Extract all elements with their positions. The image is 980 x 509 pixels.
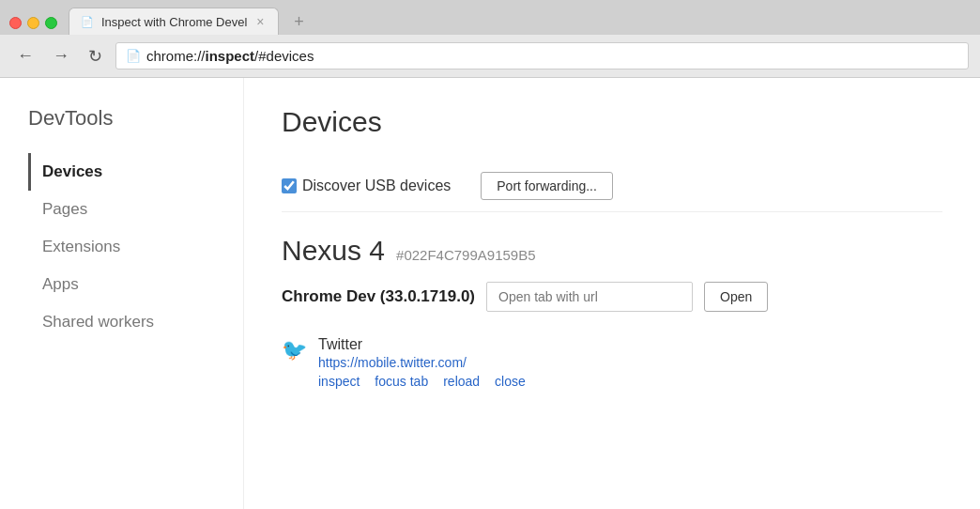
tab-item: 🐦 Twitter https://mobile.twitter.com/ in…: [282, 329, 942, 396]
sidebar-item-devices[interactable]: Devices: [28, 153, 224, 191]
chrome-dev-label: Chrome Dev (33.0.1719.0): [282, 287, 475, 306]
sidebar: DevTools Devices Pages Extensions Apps S…: [0, 78, 244, 509]
sidebar-item-extensions[interactable]: Extensions: [28, 228, 224, 266]
tab-close-button[interactable]: ×: [254, 14, 266, 29]
forward-button[interactable]: →: [47, 44, 75, 68]
discover-usb-label: Discover USB devices: [302, 177, 451, 194]
open-tab-button[interactable]: Open: [704, 282, 768, 312]
address-bold: inspect: [206, 48, 255, 64]
page-title: Devices: [282, 106, 942, 138]
device-id: #022F4C799A9159B5: [396, 247, 535, 263]
sidebar-item-shared-workers[interactable]: Shared workers: [28, 303, 224, 341]
reload-link[interactable]: reload: [443, 374, 480, 389]
browser-frame: 📄 Inspect with Chrome Devel × + ← → ↻ 📄 …: [0, 0, 980, 509]
sidebar-item-apps[interactable]: Apps: [28, 266, 224, 303]
open-tab-url-input[interactable]: [486, 282, 693, 312]
discover-usb-section: Discover USB devices Port forwarding...: [282, 161, 942, 212]
close-link[interactable]: close: [495, 374, 526, 389]
tab-item-actions: inspect focus tab reload close: [318, 374, 526, 389]
port-forwarding-button[interactable]: Port forwarding...: [481, 172, 613, 200]
tab-icon: 📄: [81, 16, 94, 28]
device-name: Nexus 4: [282, 235, 385, 267]
address-after: /#devices: [254, 48, 314, 64]
tab-bar: 📄 Inspect with Chrome Devel × +: [69, 8, 316, 35]
back-button[interactable]: ←: [11, 44, 39, 68]
twitter-icon: 🐦: [282, 338, 307, 362]
sidebar-item-pages[interactable]: Pages: [28, 191, 224, 228]
discover-usb-checkbox[interactable]: [282, 178, 297, 193]
device-header: Nexus 4 #022F4C799A9159B5: [282, 235, 942, 267]
discover-usb-checkbox-container[interactable]: Discover USB devices: [282, 177, 451, 194]
page-content: DevTools Devices Pages Extensions Apps S…: [0, 78, 980, 509]
close-window-button[interactable]: [9, 17, 22, 29]
active-tab[interactable]: 📄 Inspect with Chrome Devel ×: [69, 8, 279, 35]
nav-bar: ← → ↻ 📄 chrome://inspect/#devices: [0, 35, 980, 78]
address-bar[interactable]: 📄 chrome://inspect/#devices: [115, 42, 969, 69]
main-content: Devices Discover USB devices Port forwar…: [244, 78, 980, 509]
tab-item-title: Twitter: [318, 336, 526, 353]
tab-item-info: Twitter https://mobile.twitter.com/ insp…: [318, 336, 526, 389]
traffic-lights: [9, 17, 57, 35]
address-text: chrome://inspect/#devices: [146, 48, 314, 64]
chrome-dev-row: Chrome Dev (33.0.1719.0) Open: [282, 282, 942, 312]
new-tab-button[interactable]: +: [283, 8, 316, 35]
sidebar-title: DevTools: [28, 106, 224, 131]
focus-tab-link[interactable]: focus tab: [375, 374, 428, 389]
inspect-link[interactable]: inspect: [318, 374, 360, 389]
address-icon: 📄: [126, 49, 141, 63]
reload-button[interactable]: ↻: [83, 44, 108, 69]
tab-title: Inspect with Chrome Devel: [101, 15, 247, 29]
title-bar: 📄 Inspect with Chrome Devel × +: [0, 0, 980, 35]
address-plain: chrome://: [146, 48, 206, 64]
maximize-window-button[interactable]: [45, 17, 57, 29]
minimize-window-button[interactable]: [27, 17, 39, 29]
tab-item-url[interactable]: https://mobile.twitter.com/: [318, 355, 526, 370]
